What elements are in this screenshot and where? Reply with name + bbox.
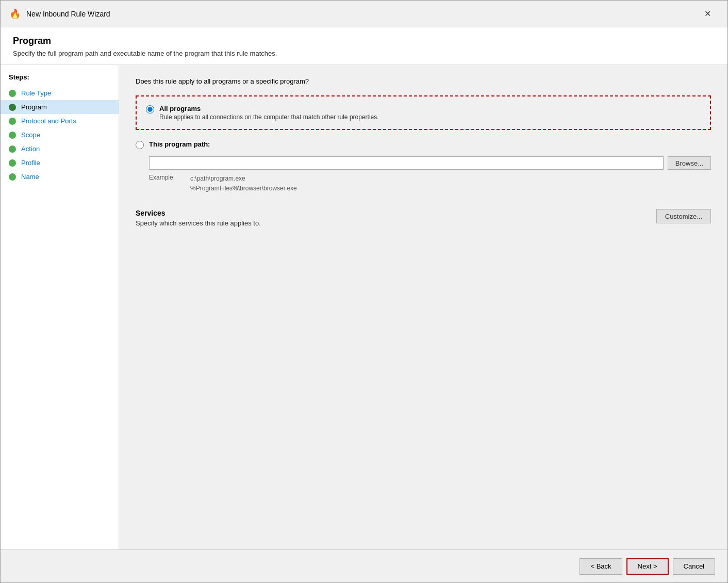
- question-text: Does this rule apply to all programs or …: [136, 77, 711, 85]
- dialog-window: 🔥 New Inbound Rule Wizard ✕ Program Spec…: [0, 0, 728, 583]
- close-button[interactable]: ✕: [696, 6, 719, 22]
- step-dot-name: [9, 173, 16, 181]
- sidebar-label-action: Action: [21, 145, 40, 153]
- program-path-section: Browse... Example: c:\path\program.exe%P…: [149, 156, 711, 193]
- step-dot-protocol-ports: [9, 118, 16, 125]
- sidebar-label-program: Program: [21, 103, 47, 111]
- footer: < Back Next > Cancel: [1, 549, 727, 582]
- step-dot-program: [9, 104, 16, 111]
- all-programs-radio[interactable]: [146, 105, 154, 114]
- step-dot-scope: [9, 132, 16, 139]
- all-programs-box: All programs Rule applies to all connect…: [136, 95, 711, 130]
- dialog-title: New Inbound Rule Wizard: [26, 10, 110, 18]
- example-text: Example: c:\path\program.exe%ProgramFile…: [149, 174, 711, 193]
- main-panel: Does this rule apply to all programs or …: [119, 65, 727, 549]
- step-dot-profile: [9, 159, 16, 167]
- step-dot-action: [9, 145, 16, 153]
- title-bar-left: 🔥 New Inbound Rule Wizard: [9, 8, 110, 20]
- path-input-row: Browse...: [149, 156, 711, 170]
- example-label: Example:: [149, 174, 175, 193]
- steps-label: Steps:: [1, 73, 119, 86]
- all-programs-text: All programs Rule applies to all connect…: [159, 105, 379, 121]
- sidebar-label-scope: Scope: [21, 131, 40, 139]
- firewall-icon: 🔥: [9, 8, 21, 20]
- next-button[interactable]: Next >: [626, 558, 669, 575]
- this-program-label: This program path:: [149, 140, 210, 148]
- all-programs-option[interactable]: All programs Rule applies to all connect…: [146, 105, 701, 121]
- sidebar-item-protocol-ports[interactable]: Protocol and Ports: [1, 114, 119, 128]
- customize-button[interactable]: Customize...: [656, 209, 711, 223]
- back-button[interactable]: < Back: [580, 558, 622, 575]
- sidebar-label-name: Name: [21, 173, 39, 181]
- sidebar-item-profile[interactable]: Profile: [1, 156, 119, 170]
- content-area: Steps: Rule Type Program Protocol and Po…: [1, 65, 727, 549]
- services-left: Services Specify which services this rul…: [136, 209, 261, 227]
- services-desc: Specify which services this rule applies…: [136, 219, 261, 227]
- sidebar-item-rule-type[interactable]: Rule Type: [1, 86, 119, 100]
- title-bar: 🔥 New Inbound Rule Wizard ✕: [1, 1, 727, 27]
- step-dot-rule-type: [9, 90, 16, 97]
- all-programs-label: All programs: [159, 105, 379, 112]
- sidebar-item-name[interactable]: Name: [1, 170, 119, 184]
- sidebar: Steps: Rule Type Program Protocol and Po…: [1, 65, 119, 549]
- sidebar-label-protocol-ports: Protocol and Ports: [21, 117, 76, 125]
- all-programs-desc: Rule applies to all connections on the c…: [159, 114, 379, 121]
- sidebar-item-scope[interactable]: Scope: [1, 128, 119, 142]
- sidebar-label-profile: Profile: [21, 159, 40, 167]
- services-section: Services Specify which services this rul…: [136, 209, 711, 227]
- page-subtitle: Specify the full program path and execut…: [13, 50, 715, 57]
- sidebar-item-program[interactable]: Program: [1, 100, 119, 114]
- sidebar-item-action[interactable]: Action: [1, 142, 119, 156]
- this-program-option[interactable]: This program path:: [136, 140, 711, 149]
- program-path-input[interactable]: [149, 156, 664, 170]
- page-header: Program Specify the full program path an…: [1, 27, 727, 65]
- cancel-button[interactable]: Cancel: [673, 558, 715, 575]
- example-values: c:\path\program.exe%ProgramFiles%\browse…: [190, 174, 297, 193]
- sidebar-label-rule-type: Rule Type: [21, 89, 51, 97]
- this-program-text: This program path:: [149, 140, 210, 148]
- services-title: Services: [136, 209, 261, 217]
- this-program-radio[interactable]: [136, 141, 144, 149]
- browse-button[interactable]: Browse...: [668, 156, 711, 170]
- page-title: Program: [13, 36, 715, 46]
